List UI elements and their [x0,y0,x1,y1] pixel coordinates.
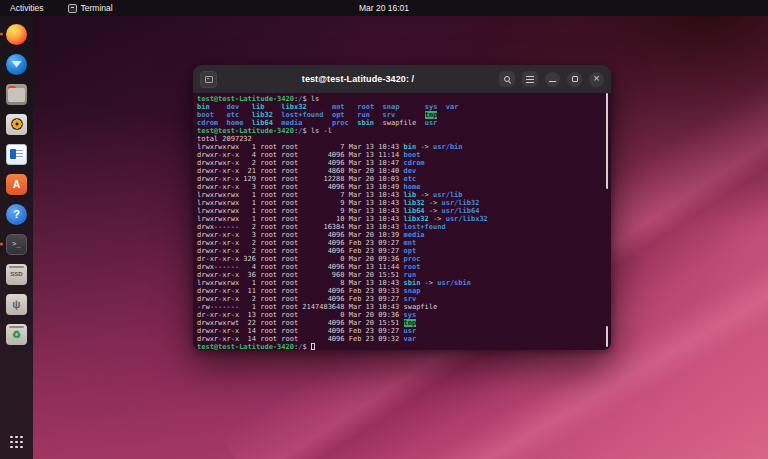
ssd-drive-icon: SSD [6,264,27,285]
dock-item-usb-drive[interactable]: ψ [4,291,30,317]
terminal-line: drwxr-xr-x 21 root root 4860 Mar 20 10:4… [197,167,609,175]
minimize-button[interactable] [545,72,560,87]
terminal-line: lrwxrwxrwx 1 root root 10 Mar 13 10:43 l… [197,215,609,223]
menu-button[interactable] [522,71,538,87]
terminal-tab-icon [205,76,213,83]
dock-item-ubuntu-software[interactable]: A [4,171,30,197]
terminal-line: bin dev lib libx32 mnt root snap sys var [197,103,609,111]
terminal-line: boot etc lib32 lost+found opt run srv tm… [197,111,609,119]
terminal-line: cdrom home lib64 media proc sbin swapfil… [197,119,609,127]
maximize-icon [572,76,578,82]
hamburger-menu-icon [526,76,534,83]
terminal-line: drwx------ 2 root root 16384 Mar 13 10:4… [197,223,609,231]
firefox-icon [6,24,27,45]
app-menu[interactable]: Terminal [68,3,113,13]
terminal-app-icon [68,4,77,13]
scrollbar-thumb[interactable] [606,326,608,347]
terminal-line: lrwxrwxrwx 1 root root 9 Mar 13 10:43 li… [197,199,609,207]
dock-item-terminal[interactable]: >_ [4,231,30,257]
activities-button[interactable]: Activities [0,0,54,16]
terminal-line: drwxrwxrwt 22 root root 4096 Mar 20 15:5… [197,319,609,327]
usb-glyph-icon: ψ [12,298,20,310]
rhythmbox-icon [6,114,27,135]
window-title: test@test-Latitude-3420: / [217,74,499,84]
terminal-line: drwxr-xr-x 2 root root 4096 Feb 23 09:27… [197,295,609,303]
clock[interactable]: Mar 20 16:01 [359,0,409,16]
dock: A ? >_ SSD ψ ♻ [0,16,33,459]
terminal-line: test@test-Latitude-3420:/$ [197,343,609,350]
recycle-drive-icon: ♻ [6,324,27,345]
search-icon [504,76,510,82]
terminal-line: drwx------ 4 root root 4096 Mar 13 11:44… [197,263,609,271]
top-bar: Activities Terminal Mar 20 16:01 [0,0,768,16]
thunderbird-icon [6,54,27,75]
terminal-line: lrwxrwxrwx 1 root root 9 Mar 13 10:43 li… [197,207,609,215]
maximize-button[interactable] [567,72,582,87]
app-grid-button[interactable] [10,435,24,449]
drive-slot [9,326,24,328]
terminal-line: drwxr-xr-x 2 root root 4096 Feb 23 09:27… [197,247,609,255]
terminal-line: dr-xr-xr-x 326 root root 0 Mar 20 09:36 … [197,255,609,263]
titlebar[interactable]: test@test-Latitude-3420: / × [193,65,611,93]
close-button[interactable]: × [589,72,604,87]
terminal-line: drwxr-xr-x 14 root root 4096 Feb 23 09:3… [197,335,609,343]
terminal-line: lrwxrwxrwx 1 root root 8 Mar 13 10:43 sb… [197,279,609,287]
app-menu-label: Terminal [81,3,113,13]
dock-item-thunderbird[interactable] [4,51,30,77]
ubuntu-software-icon: A [6,174,27,195]
terminal-window: test@test-Latitude-3420: / × test [193,65,611,350]
search-button[interactable] [499,71,515,87]
scrollbar-thumb[interactable] [606,93,608,189]
terminal-line: lrwxrwxrwx 1 root root 7 Mar 13 10:43 li… [197,191,609,199]
help-icon: ? [6,204,27,225]
terminal-line: lrwxrwxrwx 1 root root 7 Mar 13 10:43 bi… [197,143,609,151]
terminal-line: drwxrwxr-x 2 root root 4096 Mar 13 10:47… [197,159,609,167]
usb-drive-icon: ψ [6,294,27,315]
terminal-output[interactable]: test@test-Latitude-3420:/$ lsbin dev lib… [193,93,611,350]
terminal-line: -rw------- 1 root root 2147483648 Mar 13… [197,303,609,311]
terminal-line: test@test-Latitude-3420:/$ ls [197,95,609,103]
terminal-line: total 2097232 [197,135,609,143]
recycle-icon: ♻ [12,329,21,340]
ssd-label: SSD [10,271,22,277]
terminal-cursor [311,343,315,350]
dock-item-rhythmbox[interactable] [4,111,30,137]
dock-item-files[interactable] [4,81,30,107]
terminal-line: dr-xr-xr-x 13 root root 0 Mar 20 09:36 s… [197,311,609,319]
files-icon [6,84,27,105]
titlebar-actions: × [499,71,604,87]
terminal-line: drwxr-xr-x 4 root root 4096 Mar 13 11:14… [197,151,609,159]
terminal-line: drwxr-xr-x 14 root root 4096 Feb 23 09:2… [197,327,609,335]
terminal-line: drwxr-xr-x 11 root root 4096 Feb 23 09:3… [197,287,609,295]
terminal-line: drwxr-xr-x 3 root root 4096 Mar 20 10:39… [197,231,609,239]
minimize-icon [549,81,556,82]
terminal-line: test@test-Latitude-3420:/$ ls -l [197,127,609,135]
running-indicator [0,243,3,246]
close-icon: × [593,73,599,84]
libreoffice-writer-icon [6,144,27,165]
desktop: Activities Terminal Mar 20 16:01 A ? [0,0,768,459]
running-indicator [0,33,3,36]
dock-item-recycle-drive[interactable]: ♻ [4,321,30,347]
terminal-line: drwxr-xr-x 129 root root 12288 Mar 20 10… [197,175,609,183]
terminal-line: drwxr-xr-x 36 root root 960 Mar 20 15:51… [197,271,609,279]
drive-slot [9,266,24,268]
dock-item-help[interactable]: ? [4,201,30,227]
dock-item-ssd-drive[interactable]: SSD [4,261,30,287]
terminal-line: drwxr-xr-x 3 root root 4096 Mar 13 10:49… [197,183,609,191]
tab-button[interactable] [200,71,217,88]
terminal-icon: >_ [6,234,27,255]
terminal-line: drwxr-xr-x 2 root root 4096 Feb 23 09:27… [197,239,609,247]
dock-item-libreoffice-writer[interactable] [4,141,30,167]
dock-item-firefox[interactable] [4,21,30,47]
